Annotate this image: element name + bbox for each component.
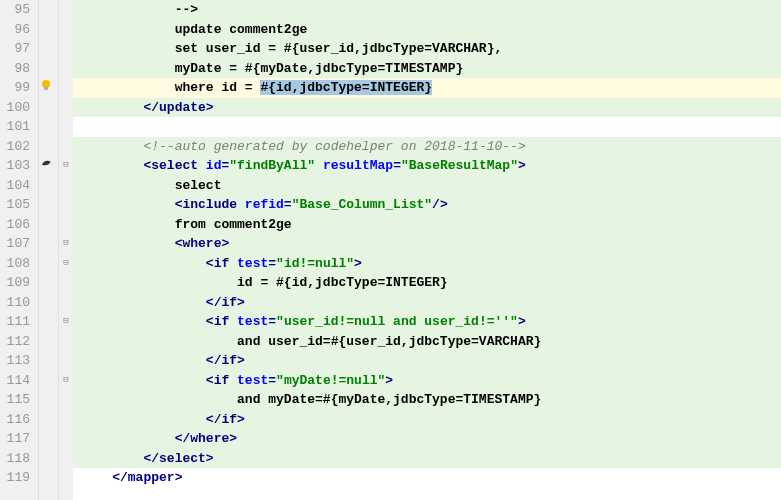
code-line[interactable]: where id = #{id,jdbcType=INTEGER}: [73, 78, 781, 98]
code-line[interactable]: -->: [73, 0, 781, 20]
fold-gutter: ⊟⊟⊟⊟⊟: [59, 0, 73, 500]
code-line[interactable]: from comment2ge: [73, 215, 781, 235]
icon-cell-empty: [39, 176, 58, 196]
code-line[interactable]: <if test="myDate!=null">: [73, 371, 781, 391]
token-attr-name: test: [237, 373, 268, 388]
token-text: from comment2ge: [175, 217, 292, 232]
token-tag: <include: [175, 197, 245, 212]
token-text: and user_id=#{user_id,jdbcType=VARCHAR}: [237, 334, 541, 349]
code-line[interactable]: <include refid="Base_Column_List"/>: [73, 195, 781, 215]
fold-cell-empty: [59, 215, 73, 235]
code-line[interactable]: and user_id=#{user_id,jdbcType=VARCHAR}: [73, 332, 781, 352]
token-attr-name: id: [206, 158, 222, 173]
token-text: update comment2ge: [175, 22, 308, 37]
line-number: 107: [0, 234, 30, 254]
icon-cell-empty: [39, 234, 58, 254]
line-number: 96: [0, 20, 30, 40]
line-number: 111: [0, 312, 30, 332]
icon-cell-empty: [39, 293, 58, 313]
token-attr-val: "id!=null": [276, 256, 354, 271]
code-line[interactable]: [73, 117, 781, 137]
line-number: 95: [0, 0, 30, 20]
line-number: 116: [0, 410, 30, 430]
token-attr-name: resultMap: [323, 158, 393, 173]
code-line[interactable]: and myDate=#{myDate,jdbcType=TIMESTAMP}: [73, 390, 781, 410]
token-text: id = #{id,jdbcType=INTEGER}: [237, 275, 448, 290]
icon-cell-empty: [39, 449, 58, 469]
fold-toggle[interactable]: ⊟: [59, 312, 73, 332]
token-text: and myDate=#{myDate,jdbcType=TIMESTAMP}: [237, 392, 541, 407]
code-line[interactable]: update comment2ge: [73, 20, 781, 40]
code-line[interactable]: </if>: [73, 351, 781, 371]
code-line[interactable]: </update>: [73, 98, 781, 118]
code-line[interactable]: id = #{id,jdbcType=INTEGER}: [73, 273, 781, 293]
code-line[interactable]: select: [73, 176, 781, 196]
token-tag: </where>: [175, 431, 237, 446]
code-line[interactable]: <!--auto generated by codehelper on 2018…: [73, 137, 781, 157]
line-number-gutter: 9596979899100101102103104105106107108109…: [0, 0, 39, 500]
line-number: 112: [0, 332, 30, 352]
token-text: set user_id = #{user_id,jdbcType=VARCHAR…: [175, 41, 503, 56]
icon-cell-empty: [39, 59, 58, 79]
icon-gutter: [39, 0, 59, 500]
token-text: -->: [175, 2, 198, 17]
fold-cell-empty: [59, 293, 73, 313]
code-line[interactable]: myDate = #{myDate,jdbcType=TIMESTAMP}: [73, 59, 781, 79]
fold-cell-empty: [59, 273, 73, 293]
bird-icon[interactable]: [39, 156, 58, 176]
line-number: 115: [0, 390, 30, 410]
code-line[interactable]: </select>: [73, 449, 781, 469]
token-attr-val: "findByAll": [229, 158, 315, 173]
icon-cell-empty: [39, 39, 58, 59]
icon-cell-empty: [39, 98, 58, 118]
line-number: 101: [0, 117, 30, 137]
fold-cell-empty: [59, 117, 73, 137]
code-line[interactable]: <if test="id!=null">: [73, 254, 781, 274]
token-attr-name: test: [237, 256, 268, 271]
token-attr-val: "Base_Column_List": [292, 197, 432, 212]
token-tag: </mapper>: [112, 470, 182, 485]
code-line[interactable]: <if test="user_id!=null and user_id!=''"…: [73, 312, 781, 332]
token-tag: </select>: [143, 451, 213, 466]
fold-toggle[interactable]: ⊟: [59, 234, 73, 254]
token-attr-val: "user_id!=null and user_id!=''": [276, 314, 518, 329]
token-tag: <if: [206, 256, 237, 271]
fold-cell-empty: [59, 468, 73, 488]
token-tag: </if>: [206, 412, 245, 427]
code-line[interactable]: </where>: [73, 429, 781, 449]
fold-toggle[interactable]: ⊟: [59, 254, 73, 274]
token-tag: =: [284, 197, 292, 212]
code-line[interactable]: set user_id = #{user_id,jdbcType=VARCHAR…: [73, 39, 781, 59]
token-tag: <if: [206, 373, 237, 388]
line-number: 106: [0, 215, 30, 235]
fold-cell-empty: [59, 429, 73, 449]
token-tag: =: [268, 256, 276, 271]
code-line[interactable]: </if>: [73, 410, 781, 430]
code-line[interactable]: </mapper>: [73, 468, 781, 488]
icon-cell-empty: [39, 312, 58, 332]
fold-cell-empty: [59, 351, 73, 371]
icon-cell-empty: [39, 429, 58, 449]
icon-cell-empty: [39, 215, 58, 235]
code-line[interactable]: <select id="findByAll" resultMap="BaseRe…: [73, 156, 781, 176]
line-number: 110: [0, 293, 30, 313]
token-comment: <!--auto generated by codehelper on 2018…: [143, 139, 525, 154]
token-tag: <if: [206, 314, 237, 329]
token-tag: =: [268, 373, 276, 388]
svg-rect-1: [44, 87, 48, 90]
code-line[interactable]: <where>: [73, 234, 781, 254]
fold-cell-empty: [59, 390, 73, 410]
bulb-icon[interactable]: [39, 78, 58, 98]
icon-cell-empty: [39, 410, 58, 430]
token-tag: </update>: [143, 100, 213, 115]
line-number: 119: [0, 468, 30, 488]
token-tag: >: [518, 158, 526, 173]
fold-toggle[interactable]: ⊟: [59, 371, 73, 391]
code-area[interactable]: --> update comment2ge set user_id = #{us…: [73, 0, 781, 500]
selection[interactable]: #{id,jdbcType=INTEGER}: [260, 80, 432, 95]
fold-cell-empty: [59, 332, 73, 352]
fold-toggle[interactable]: ⊟: [59, 156, 73, 176]
code-line[interactable]: </if>: [73, 293, 781, 313]
line-number: 118: [0, 449, 30, 469]
icon-cell-empty: [39, 254, 58, 274]
